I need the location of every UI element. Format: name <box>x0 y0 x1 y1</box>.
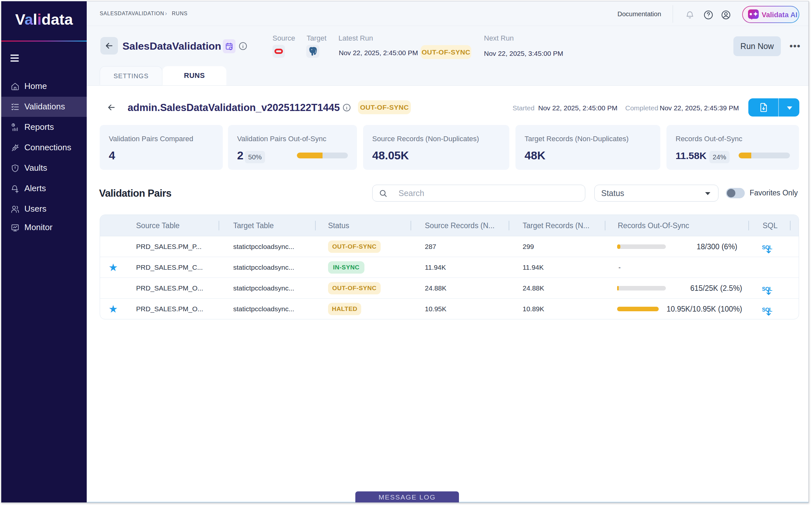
svg-text:SQL: SQL <box>762 245 772 250</box>
svg-text:SQL: SQL <box>762 286 772 292</box>
svg-text:SQL: SQL <box>762 307 772 313</box>
